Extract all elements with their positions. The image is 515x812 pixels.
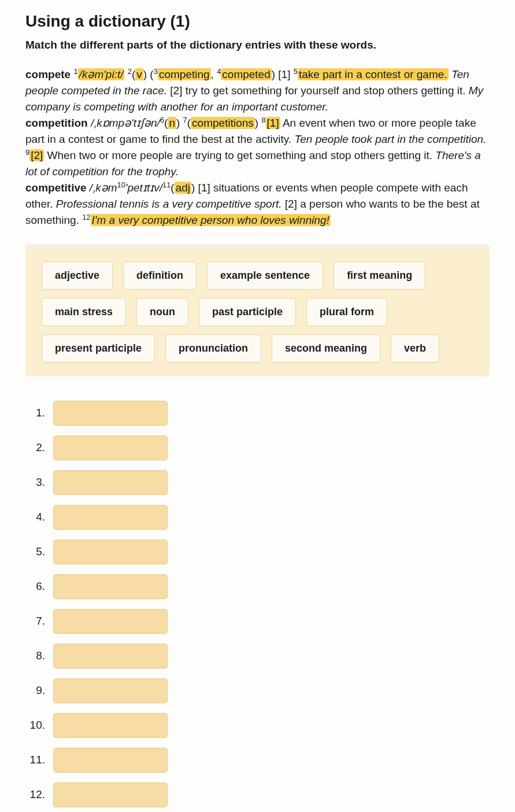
marker-1: 1	[73, 67, 77, 75]
example-2a: Ten people took part in the competition.	[294, 133, 486, 145]
answer-slot-9[interactable]	[53, 678, 168, 703]
marker-6: 6	[160, 116, 164, 124]
answer-slot-8[interactable]	[53, 644, 168, 669]
word-chip-verb[interactable]: verb	[391, 334, 439, 363]
marker-3: 3	[154, 67, 158, 75]
past-participle: competed	[221, 68, 271, 80]
sense-2-bracket: [2]	[29, 149, 44, 161]
answer-slot-1[interactable]	[53, 401, 168, 426]
answer-slot-2[interactable]	[53, 435, 168, 460]
word-chip-present-participle[interactable]: present participle	[42, 334, 155, 363]
answer-row-10: 10.	[25, 713, 490, 738]
answer-slot-7[interactable]	[53, 609, 168, 634]
word-chip-main-stress[interactable]: main stress	[42, 298, 126, 326]
headword-competitive: competitive	[25, 182, 87, 194]
answer-row-11: 11.	[25, 748, 490, 773]
answer-number: 9.	[25, 682, 53, 699]
word-chip-past-participle[interactable]: past participle	[199, 298, 296, 326]
headword-competition: competition	[25, 117, 88, 129]
marker-12: 12	[82, 213, 90, 222]
instructions-text: Match the different parts of the diction…	[25, 37, 490, 54]
word-chip-first-meaning[interactable]: first meaning	[334, 261, 425, 290]
answer-number: 3.	[25, 474, 53, 491]
answer-slot-5[interactable]	[53, 540, 168, 564]
pos-adjective: adj	[175, 182, 191, 194]
word-chip-noun[interactable]: noun	[136, 298, 188, 326]
answer-slot-10[interactable]	[53, 713, 168, 738]
answer-row-4: 4.	[25, 505, 490, 530]
answer-row-3: 3.	[25, 470, 490, 495]
answer-slot-6[interactable]	[53, 574, 168, 599]
word-chip-adjective[interactable]: adjective	[42, 261, 113, 290]
pronunciation-compete: /kəm'pi:t/	[78, 68, 125, 80]
word-chip-pronunciation[interactable]: pronunciation	[165, 334, 261, 363]
answer-slot-3[interactable]	[53, 470, 168, 495]
marker-11: 11	[162, 180, 171, 189]
marker-5: 5	[294, 67, 298, 75]
pronunciation-competitive-b: 'petɪtɪv/	[125, 182, 162, 194]
marker-8: 8	[261, 116, 265, 124]
answer-row-2: 2.	[25, 435, 490, 460]
example-3b: I'm a very competitive person who loves …	[91, 214, 331, 226]
word-bank: adjectivedefinitionexample sentencefirst…	[25, 244, 490, 377]
answer-row-5: 5.	[25, 540, 490, 564]
pronunciation-competition: /ˌkɒmpə'tɪʃən/	[88, 117, 160, 129]
pos-verb: v	[135, 68, 143, 80]
answer-number: 2.	[25, 440, 53, 456]
dictionary-entries: compete 1/kəm'pi:t/ 2(v) (3competing, 4c…	[25, 67, 490, 229]
answer-number: 6.	[25, 578, 53, 595]
answer-number: 4.	[25, 509, 53, 526]
word-chip-definition[interactable]: definition	[123, 261, 197, 290]
answer-number: 12.	[25, 787, 53, 803]
answer-row-7: 7.	[25, 609, 490, 634]
answer-row-8: 8.	[25, 644, 490, 669]
answer-number: 7.	[25, 613, 53, 630]
answer-number: 11.	[25, 752, 53, 769]
marker-2: 2	[128, 67, 132, 75]
sense-1-bracket: [1]	[266, 117, 280, 129]
answer-number: 1.	[25, 405, 53, 422]
word-chip-plural-form[interactable]: plural form	[306, 298, 387, 326]
answer-list: 1.2.3.4.5.6.7.8.9.10.11.12.	[25, 401, 490, 807]
definition-1: take part in a contest or game.	[298, 68, 449, 80]
answer-row-9: 9.	[25, 678, 490, 703]
page-title: Using a dictionary (1)	[25, 9, 490, 34]
answer-row-12: 12.	[25, 783, 490, 807]
answer-slot-4[interactable]	[53, 505, 168, 530]
pos-noun: n	[168, 117, 176, 129]
marker-7: 7	[183, 116, 187, 124]
word-chip-second-meaning[interactable]: second meaning	[272, 334, 380, 363]
answer-row-1: 1.	[25, 401, 490, 426]
answer-number: 8.	[25, 648, 53, 665]
plural-form: competitions	[191, 117, 255, 129]
answer-row-6: 6.	[25, 574, 490, 599]
answer-number: 10.	[25, 717, 53, 734]
word-chip-example-sentence[interactable]: example sentence	[207, 261, 323, 290]
example-3a: Professional tennis is a very competitiv…	[56, 198, 282, 210]
present-participle: competing	[158, 68, 211, 80]
headword-compete: compete	[25, 68, 71, 80]
marker-10: 10	[117, 180, 125, 189]
answer-number: 5.	[25, 544, 53, 560]
answer-slot-12[interactable]	[53, 783, 168, 807]
answer-slot-11[interactable]	[53, 748, 168, 773]
pronunciation-competitive-a: /ˌkəm	[87, 182, 117, 194]
